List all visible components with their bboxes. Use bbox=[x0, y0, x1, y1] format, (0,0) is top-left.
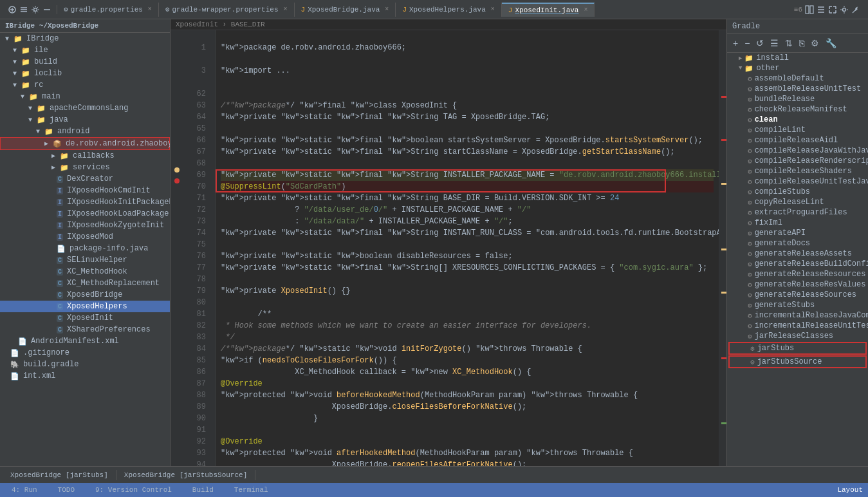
gradle-expand-button[interactable]: ⇅ bbox=[783, 37, 795, 50]
sidebar-item-8[interactable]: ▼📁 android bbox=[0, 126, 170, 137]
sidebar-item-17[interactable]: I IXposedMod bbox=[0, 231, 170, 243]
gradle-item-0[interactable]: ▶📁install bbox=[727, 53, 868, 63]
sidebar-item-24[interactable]: C XposedInit bbox=[0, 312, 170, 324]
gradle-item-26[interactable]: ⚙incrementalReleaseUnitTestJavaCompilati… bbox=[727, 321, 868, 331]
gradle-item-2[interactable]: ⚙assembleDefault bbox=[727, 73, 868, 84]
tab-xposed-init-java[interactable]: JXposedInit.java× bbox=[502, 3, 595, 17]
gradle-item-14[interactable]: ⚙copyReleaseLint bbox=[727, 197, 868, 207]
gradle-item-1[interactable]: ▼📁other bbox=[727, 63, 868, 73]
gradle-item-28[interactable]: ⚙jarStubs bbox=[728, 342, 867, 355]
sidebar-item-6[interactable]: ▼📁 apacheCommonsLang bbox=[0, 102, 170, 114]
bottom-tab-0[interactable]: XposedBridge [jarStubs] bbox=[3, 470, 116, 480]
settings-icon[interactable] bbox=[19, 5, 28, 14]
sidebar-item-11[interactable]: ▶📁 services bbox=[0, 162, 170, 173]
gradle-item-4[interactable]: ⚙bundleRelease bbox=[727, 94, 868, 104]
sidebar-item-26[interactable]: 📄 AndroidManifest.xml bbox=[0, 335, 170, 347]
sidebar-item-21[interactable]: C XC_MethodReplacement bbox=[0, 277, 170, 289]
tab-close-gradle-wrapper-properties[interactable]: × bbox=[284, 6, 288, 13]
sidebar-item-18[interactable]: 📄 package-info.java bbox=[0, 243, 170, 254]
gradle-item-10[interactable]: ⚙compileReleaseRenderscript bbox=[727, 156, 868, 166]
sidebar-item-7[interactable]: ▼📁 java bbox=[0, 114, 170, 126]
sidebar-item-16[interactable]: I IXposedHookZygoteInit bbox=[0, 220, 170, 231]
gradle-item-20[interactable]: ⚙generateReleaseBuildConfig bbox=[727, 259, 868, 269]
tab-close-gradle-properties[interactable]: × bbox=[148, 6, 152, 13]
tab-xposed-helpers-java[interactable]: JXposedHelpers.java× bbox=[396, 3, 501, 17]
sidebar-item-20[interactable]: C XC_MethodHook bbox=[0, 266, 170, 277]
sidebar-item-3[interactable]: ▼📁 loclib bbox=[0, 68, 170, 79]
tab-gradle-wrapper-properties[interactable]: ⚙gradle-wrapper.properties× bbox=[159, 3, 295, 17]
sidebar-item-10[interactable]: ▶📁 callbacks bbox=[0, 150, 170, 162]
gradle-remove-button[interactable]: − bbox=[743, 37, 752, 50]
gradle-wrench-button[interactable]: 🔧 bbox=[824, 37, 838, 50]
gear-icon[interactable] bbox=[31, 5, 40, 14]
gradle-item-15[interactable]: ⚙extractProguardFiles bbox=[727, 207, 868, 218]
gradle-item-24[interactable]: ⚙generateStubs bbox=[727, 300, 868, 310]
gradle-item-29[interactable]: ⚙jarStubsSource bbox=[728, 355, 867, 368]
list-icon[interactable] bbox=[817, 5, 826, 14]
terminal-tab[interactable]: Terminal bbox=[228, 485, 275, 495]
gradle-item-6[interactable]: ⚙clean bbox=[727, 115, 868, 125]
sidebar-item-23[interactable]: C XposedHelpers bbox=[0, 301, 170, 312]
gradle-item-22[interactable]: ⚙generateReleaseResValues bbox=[727, 279, 868, 290]
sidebar-item-22[interactable]: C XposedBridge bbox=[0, 289, 170, 301]
sidebar-item-29[interactable]: 📄 int.xml bbox=[0, 370, 170, 382]
nav-icon[interactable] bbox=[8, 5, 17, 14]
run-tab[interactable]: 4: Run bbox=[5, 485, 44, 495]
sidebar-item-15[interactable]: I IXposedHookLoadPackage bbox=[0, 208, 170, 220]
tab-close-xposed-init-java[interactable]: × bbox=[584, 6, 587, 14]
sidebar-item-12[interactable]: C DexCreator bbox=[0, 173, 170, 185]
gradle-item-27[interactable]: ⚙jarReleaseClasses bbox=[727, 331, 868, 341]
gradle-item-13[interactable]: ⚙compileStubs bbox=[727, 187, 868, 197]
wrench-icon[interactable] bbox=[851, 5, 860, 14]
gradle-item-17[interactable]: ⚙generateAPI bbox=[727, 228, 868, 238]
build-tab[interactable]: Build bbox=[186, 485, 220, 495]
sidebar-item-28[interactable]: 🐘 build.gradle bbox=[0, 359, 170, 370]
sidebar-item-13[interactable]: I IXposedHookCmdInit bbox=[0, 185, 170, 196]
expand-icon[interactable] bbox=[828, 5, 837, 14]
split-icon[interactable] bbox=[805, 5, 814, 14]
gradle-item-19[interactable]: ⚙generateReleaseAssets bbox=[727, 248, 868, 259]
code-content[interactable]: "kw">package de.robv.android.zhaoboy666;… bbox=[216, 30, 719, 466]
gradle-item-8[interactable]: ⚙compileReleaseAidl bbox=[727, 135, 868, 145]
gradle-tasks[interactable]: ▶📁install▼📁other⚙assembleDefault⚙assembl… bbox=[727, 53, 868, 466]
sidebar-item-5[interactable]: ▼📁 main bbox=[0, 91, 170, 102]
sidebar-item-1[interactable]: ▼📁 ile bbox=[0, 44, 170, 56]
status-bar: 4: Run TODO 9: Version Control Build Ter… bbox=[0, 483, 868, 497]
sidebar-item-0[interactable]: ▼📁 IBridge bbox=[0, 33, 170, 44]
sidebar-item-2[interactable]: ▼📁 build bbox=[0, 56, 170, 68]
minimize-icon[interactable] bbox=[42, 5, 51, 14]
tab-close-xposed-bridge-java[interactable]: × bbox=[385, 6, 389, 13]
gradle-settings-button[interactable]: ⚙ bbox=[809, 37, 821, 50]
gradle-item-25[interactable]: ⚙incrementalReleaseJavaCompilationSafegu bbox=[727, 310, 868, 321]
gradle-item-7[interactable]: ⚙compileLint bbox=[727, 125, 868, 135]
tab-close-xposed-helpers-java[interactable]: × bbox=[491, 6, 495, 13]
gradle-list-button[interactable]: ☰ bbox=[768, 37, 780, 50]
gradle-item-9[interactable]: ⚙compileReleaseJavaWithJavac bbox=[727, 145, 868, 156]
settings2-icon[interactable] bbox=[840, 5, 849, 14]
gradle-item-18[interactable]: ⚙generateDocs bbox=[727, 238, 868, 248]
sidebar-item-14[interactable]: I IXposedHookInitPackageResourc bbox=[0, 196, 170, 208]
sidebar-item-19[interactable]: C SELinuxHelper bbox=[0, 254, 170, 266]
gradle-item-12[interactable]: ⚙compileReleaseUnitTestJavaWithJavac bbox=[727, 176, 868, 187]
sidebar-item-25[interactable]: C XSharedPreferences bbox=[0, 324, 170, 335]
gradle-add-button[interactable]: + bbox=[731, 37, 740, 50]
bottom-tab-1[interactable]: XposedBridge [jarStubsSource] bbox=[116, 470, 255, 480]
version-control-tab[interactable]: 9: Version Control bbox=[89, 485, 178, 495]
gradle-item-23[interactable]: ⚙generateReleaseSources bbox=[727, 290, 868, 300]
sidebar-item-4[interactable]: ▼📁 rc bbox=[0, 79, 170, 91]
tab-xposed-bridge-java[interactable]: JXposedBridge.java× bbox=[295, 3, 396, 17]
todo-tab[interactable]: TODO bbox=[51, 485, 81, 495]
editor-scroll[interactable]: 1362636465666768697071727374757677787980… bbox=[171, 30, 726, 466]
gradle-refresh-button[interactable]: ↺ bbox=[754, 37, 766, 50]
sidebar-tree[interactable]: ▼📁 IBridge▼📁 ile▼📁 build▼📁 loclib▼📁 rc▼📁… bbox=[0, 33, 170, 466]
gradle-item-11[interactable]: ⚙compileReleaseShaders bbox=[727, 166, 868, 176]
gradle-item-3[interactable]: ⚙assembleReleaseUnitTest bbox=[727, 84, 868, 94]
gutter-37 bbox=[171, 444, 183, 455]
gradle-item-16[interactable]: ⚙fixIml bbox=[727, 218, 868, 228]
sidebar-item-27[interactable]: 📄 .gitignore bbox=[0, 347, 170, 359]
sidebar-item-9[interactable]: ▶📦 de.robv.android.zhaoboy666 bbox=[0, 137, 170, 150]
tab-gradle-properties[interactable]: ⚙gradle.properties× bbox=[57, 3, 159, 17]
gradle-item-21[interactable]: ⚙generateReleaseResources bbox=[727, 269, 868, 279]
gradle-item-5[interactable]: ⚙checkReleaseManifest bbox=[727, 104, 868, 115]
gradle-link-button[interactable]: ⎘ bbox=[797, 37, 806, 50]
